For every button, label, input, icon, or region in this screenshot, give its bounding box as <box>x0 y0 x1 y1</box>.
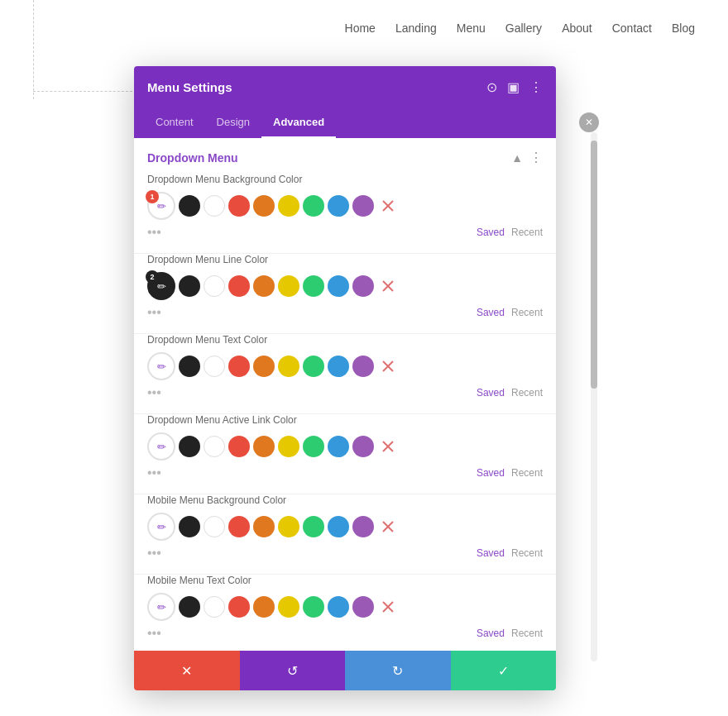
swatch-yellow[interactable] <box>278 436 299 457</box>
swatch-orange[interactable] <box>253 516 275 537</box>
more-icon[interactable]: ⋮ <box>529 79 543 95</box>
swatch-yellow[interactable] <box>278 195 299 217</box>
swatch-green[interactable] <box>303 356 324 377</box>
swatch-white[interactable] <box>204 195 225 217</box>
color-picker-bg[interactable]: ✏ 1 <box>147 192 175 220</box>
swatch-red[interactable] <box>228 596 250 618</box>
nav-home[interactable]: Home <box>345 21 376 35</box>
swatch-blue[interactable] <box>328 356 349 377</box>
swatch-orange[interactable] <box>253 195 275 217</box>
swatch-red[interactable] <box>228 516 250 537</box>
color-picker-mobile-bg[interactable]: ✏ <box>147 513 175 541</box>
saved-label[interactable]: Saved <box>477 227 505 238</box>
swatch-red[interactable] <box>228 275 250 297</box>
recent-label[interactable]: Recent <box>511 467 543 479</box>
more-dots[interactable]: ••• <box>147 626 161 641</box>
swatch-purple[interactable] <box>352 596 374 618</box>
saved-label[interactable]: Saved <box>477 307 505 318</box>
color-eraser[interactable] <box>377 436 399 457</box>
nav-blog[interactable]: Blog <box>672 21 695 35</box>
swatch-orange[interactable] <box>253 356 275 377</box>
redo-button[interactable]: ↻ <box>345 651 451 690</box>
color-eraser[interactable] <box>377 195 399 217</box>
swatch-yellow[interactable] <box>278 596 299 618</box>
more-dots[interactable]: ••• <box>147 305 161 320</box>
color-picker-line[interactable]: ✏ 2 <box>147 272 175 300</box>
nav-gallery[interactable]: Gallery <box>505 21 542 35</box>
color-eraser[interactable] <box>377 596 399 618</box>
color-eraser[interactable] <box>377 275 399 297</box>
swatch-black[interactable] <box>179 356 200 377</box>
swatch-orange[interactable] <box>253 436 275 457</box>
color-eraser[interactable] <box>377 356 399 377</box>
settings-icon[interactable]: ⊙ <box>486 79 497 95</box>
recent-label[interactable]: Recent <box>511 307 543 318</box>
recent-label[interactable]: Recent <box>511 628 543 639</box>
swatch-yellow[interactable] <box>278 275 299 297</box>
swatch-blue[interactable] <box>328 516 349 537</box>
modal-footer: ✕ ↺ ↻ ✓ <box>134 651 556 690</box>
swatch-green[interactable] <box>303 195 324 217</box>
color-picker-active[interactable]: ✏ <box>147 432 175 461</box>
recent-label[interactable]: Recent <box>511 227 543 238</box>
swatch-blue[interactable] <box>328 436 349 457</box>
saved-label[interactable]: Saved <box>477 628 505 639</box>
saved-label[interactable]: Saved <box>477 387 505 399</box>
swatch-orange[interactable] <box>253 596 275 618</box>
swatch-white[interactable] <box>204 356 225 377</box>
reset-button[interactable]: ↺ <box>240 651 346 690</box>
swatch-black[interactable] <box>179 596 200 618</box>
swatch-purple[interactable] <box>352 436 374 457</box>
swatch-red[interactable] <box>228 195 250 217</box>
recent-label[interactable]: Recent <box>511 387 543 399</box>
nav-contact[interactable]: Contact <box>612 21 652 35</box>
saved-label[interactable]: Saved <box>477 467 505 479</box>
swatch-purple[interactable] <box>352 195 374 217</box>
more-dots[interactable]: ••• <box>147 225 161 240</box>
nav-menu[interactable]: Menu <box>457 21 486 35</box>
swatch-green[interactable] <box>303 436 324 457</box>
color-eraser[interactable] <box>377 516 399 537</box>
swatch-white[interactable] <box>204 596 225 618</box>
swatch-purple[interactable] <box>352 356 374 377</box>
more-dots[interactable]: ••• <box>147 546 161 561</box>
saved-label[interactable]: Saved <box>477 547 505 559</box>
swatch-red[interactable] <box>228 436 250 457</box>
save-button[interactable]: ✓ <box>451 651 557 690</box>
tab-design[interactable]: Design <box>205 107 261 138</box>
columns-icon[interactable]: ▣ <box>507 79 520 95</box>
swatch-orange[interactable] <box>253 275 275 297</box>
swatch-yellow[interactable] <box>278 516 299 537</box>
recent-label[interactable]: Recent <box>511 547 543 559</box>
swatch-white[interactable] <box>204 275 225 297</box>
swatch-yellow[interactable] <box>278 356 299 377</box>
swatch-purple[interactable] <box>352 275 374 297</box>
swatch-blue[interactable] <box>328 195 349 217</box>
swatch-red[interactable] <box>228 356 250 377</box>
nav-landing[interactable]: Landing <box>395 21 437 35</box>
tab-content[interactable]: Content <box>144 107 205 138</box>
swatch-green[interactable] <box>303 275 324 297</box>
tab-advanced[interactable]: Advanced <box>261 107 336 138</box>
more-dots[interactable]: ••• <box>147 465 161 480</box>
more-dots[interactable]: ••• <box>147 385 161 400</box>
nav-about[interactable]: About <box>562 21 592 35</box>
swatch-green[interactable] <box>303 516 324 537</box>
swatch-black[interactable] <box>179 195 200 217</box>
swatch-blue[interactable] <box>328 596 349 618</box>
swatch-white[interactable] <box>204 436 225 457</box>
section-collapse-icon[interactable]: ▲ <box>511 151 523 165</box>
swatch-blue[interactable] <box>328 275 349 297</box>
swatch-black[interactable] <box>179 275 200 297</box>
scrollbar-thumb[interactable] <box>591 141 597 389</box>
modal-side-close[interactable]: ✕ <box>579 112 599 132</box>
swatch-white[interactable] <box>204 516 225 537</box>
color-picker-mobile-text[interactable]: ✏ <box>147 593 175 621</box>
section-more-icon[interactable]: ⋮ <box>529 150 543 165</box>
swatch-black[interactable] <box>179 436 200 457</box>
color-picker-text[interactable]: ✏ <box>147 352 175 380</box>
swatch-green[interactable] <box>303 596 324 618</box>
swatch-purple[interactable] <box>352 516 374 537</box>
cancel-button[interactable]: ✕ <box>134 651 240 690</box>
swatch-black[interactable] <box>179 516 200 537</box>
